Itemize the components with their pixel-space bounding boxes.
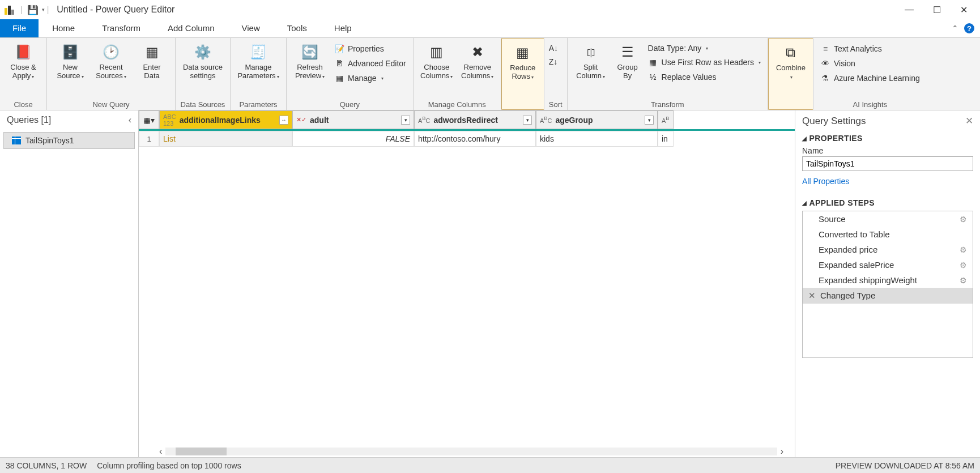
choose-columns-icon: ▥ (427, 42, 446, 62)
separator: | (20, 5, 23, 14)
group-label-sort: Sort (549, 99, 563, 109)
column-header-partial[interactable]: AB (658, 110, 674, 129)
scroll-thumb[interactable] (176, 448, 227, 455)
cell[interactable]: FALSE (292, 131, 414, 147)
group-label-reduce-rows (506, 107, 539, 108)
gear-icon[interactable]: ⚙ (960, 261, 967, 270)
scroll-track[interactable] (165, 448, 777, 455)
applied-steps-list: Source⚙ Converted to Table Expanded pric… (802, 211, 973, 358)
cell[interactable]: List (159, 131, 292, 147)
refresh-icon: 🔄 (300, 42, 319, 62)
group-label-data-sources: Data Sources (180, 99, 225, 109)
applied-step-selected[interactable]: ✕Changed Type (803, 288, 973, 304)
queries-pane: Queries [1] ‹ TailSpinToys1 (0, 110, 139, 457)
collapse-ribbon-icon[interactable]: ⌃ (952, 24, 958, 33)
cell[interactable]: http://contoso.com/hury (414, 131, 536, 147)
settings-title: Query Settings (802, 116, 866, 127)
tab-file[interactable]: File (0, 19, 39, 37)
data-source-settings-button[interactable]: ⚙️Data source settings (180, 40, 225, 82)
editor-icon: 🖹 (334, 58, 344, 69)
applied-step[interactable]: Expanded price⚙ (803, 242, 973, 257)
headers-icon: ▦ (648, 57, 658, 67)
column-header[interactable]: ABC adwordsRedirect ▾ (414, 110, 536, 129)
refresh-preview-button[interactable]: 🔄Refresh Preview▾ (291, 40, 329, 83)
column-header[interactable]: ✕✓ adult ▾ (292, 110, 414, 129)
query-item[interactable]: TailSpinToys1 (3, 132, 135, 149)
recent-sources-button[interactable]: 🕑Recent Sources▾ (92, 40, 130, 83)
group-label-parameters: Parameters (235, 99, 282, 109)
new-source-button[interactable]: 🗄️New Source▾ (52, 40, 89, 83)
column-header[interactable]: ABC123 additionalImageLinks ↔ (159, 110, 292, 129)
chevron-down-icon: ◢ (802, 200, 807, 206)
tab-add-column[interactable]: Add Column (154, 19, 228, 37)
collapse-queries-icon[interactable]: ‹ (129, 115, 131, 125)
applied-step[interactable]: Source⚙ (803, 211, 973, 227)
scroll-left-icon[interactable]: ‹ (159, 446, 162, 457)
cell[interactable]: in (658, 131, 674, 147)
remove-columns-button[interactable]: ✖Remove Columns▾ (459, 40, 496, 83)
gear-icon[interactable]: ⚙ (960, 215, 967, 224)
expand-icon[interactable]: ↔ (279, 116, 288, 125)
scroll-right-icon[interactable]: › (781, 446, 783, 457)
choose-columns-button[interactable]: ▥Choose Columns▾ (418, 40, 455, 83)
group-label-ai-insights: AI Insights (818, 99, 922, 109)
close-button[interactable]: ✕ (960, 5, 968, 15)
horizontal-scrollbar[interactable]: ‹ › (159, 446, 783, 457)
azure-ml-button[interactable]: ⚗Azure Machine Learning (818, 72, 922, 84)
table-options-button[interactable]: ▦▾ (139, 110, 159, 129)
applied-steps-section[interactable]: ◢APPLIED STEPS (802, 198, 973, 207)
delete-step-icon[interactable]: ✕ (808, 291, 816, 300)
tab-help[interactable]: Help (321, 19, 365, 37)
vision-button[interactable]: 👁Vision (818, 57, 922, 70)
main-area: Queries [1] ‹ TailSpinToys1 ▦▾ ABC123 ad… (0, 110, 980, 457)
tab-home[interactable]: Home (39, 19, 88, 37)
tab-transform[interactable]: Transform (88, 19, 154, 37)
type-text-icon: AB (662, 116, 669, 124)
column-header[interactable]: ABC ageGroup ▾ (536, 110, 658, 129)
query-name-input[interactable] (802, 156, 973, 171)
gear-icon[interactable]: ⚙ (960, 276, 967, 285)
tab-tools[interactable]: Tools (274, 19, 321, 37)
properties-icon: 📝 (334, 44, 344, 54)
close-apply-icon: 📕 (14, 42, 33, 62)
close-settings-icon[interactable]: ✕ (965, 115, 973, 127)
applied-step[interactable]: Expanded shippingWeight⚙ (803, 272, 973, 288)
filter-dropdown-icon[interactable]: ▾ (401, 116, 410, 125)
all-properties-link[interactable]: All Properties (802, 177, 973, 186)
replace-values-button[interactable]: ½Replace Values (646, 71, 763, 83)
maximize-button[interactable]: ☐ (933, 5, 941, 15)
tab-view[interactable]: View (228, 19, 274, 37)
type-text-icon: ABC (418, 116, 430, 124)
combine-button[interactable]: ⧉Combine▾ (773, 41, 808, 84)
applied-step[interactable]: Converted to Table (803, 227, 973, 242)
save-icon[interactable]: 💾 (27, 5, 39, 15)
filter-dropdown-icon[interactable]: ▾ (523, 116, 532, 125)
help-icon[interactable]: ? (964, 23, 974, 33)
replace-icon: ½ (648, 72, 658, 82)
properties-section[interactable]: ◢PROPERTIES (802, 134, 973, 143)
enter-data-button[interactable]: ▦Enter Data (133, 40, 171, 82)
minimize-button[interactable]: — (905, 5, 914, 15)
gear-icon[interactable]: ⚙ (960, 245, 967, 254)
split-column-button[interactable]: ⎅Split Column▾ (572, 40, 610, 83)
table-row[interactable]: 1 List FALSE http://contoso.com/hury kid… (139, 131, 795, 147)
close-apply-button[interactable]: 📕 Close & Apply▾ (5, 40, 42, 83)
group-by-button[interactable]: ☰Group By (613, 40, 642, 82)
qat-dropdown-icon[interactable]: ▾ (42, 7, 45, 12)
text-analytics-button[interactable]: ≡Text Analytics (818, 42, 922, 55)
sort-desc-icon[interactable]: Z↓ (549, 57, 558, 66)
data-type-button[interactable]: Data Type: Any▾ (646, 42, 763, 54)
filter-dropdown-icon[interactable]: ▾ (645, 116, 654, 125)
advanced-editor-button[interactable]: 🖹Advanced Editor (332, 57, 408, 70)
applied-step[interactable]: Expanded salePrice⚙ (803, 257, 973, 272)
manage-button[interactable]: ▦Manage▾ (332, 72, 408, 84)
first-row-headers-button[interactable]: ▦Use First Row as Headers▾ (646, 56, 763, 69)
reduce-rows-button[interactable]: ▦Reduce Rows▾ (506, 41, 539, 84)
manage-parameters-button[interactable]: 🧾Manage Parameters▾ (235, 40, 282, 83)
name-label: Name (802, 146, 973, 155)
properties-button[interactable]: 📝Properties (332, 42, 408, 55)
cell[interactable]: kids (536, 131, 658, 147)
app-icon (5, 5, 15, 15)
queries-title: Queries [1] (7, 115, 51, 125)
sort-asc-icon[interactable]: A↓ (549, 44, 558, 53)
